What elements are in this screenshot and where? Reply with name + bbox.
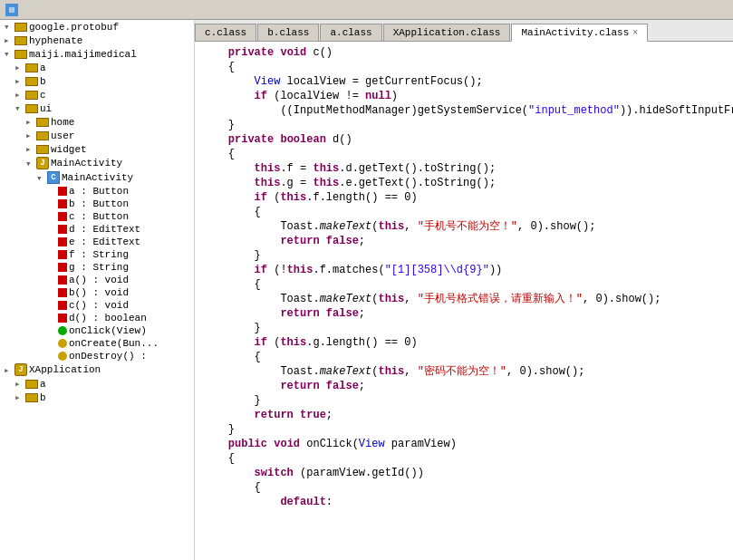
sidebar-item-12[interactable]: a : Button (0, 185, 194, 198)
code-token: makeText (320, 292, 372, 306)
sidebar-item-label-14: c : Button (69, 211, 129, 222)
code-token: null (365, 89, 391, 103)
sidebar-item-label-23: onClick(View) (69, 325, 147, 336)
sidebar-item-6[interactable]: ▾ui (0, 101, 194, 115)
tab-c-class[interactable]: c.class (195, 24, 256, 41)
code-token: .f.matches( (313, 263, 384, 277)
code-token: "手机号不能为空！" (418, 219, 517, 234)
sidebar-item-25[interactable]: onDestroy() : (0, 350, 194, 362)
sidebar-item-9[interactable]: ▸widget (0, 142, 194, 156)
sidebar-item-10[interactable]: ▾JMainActivity (0, 156, 194, 170)
sidebar-item-14[interactable]: c : Button (0, 210, 194, 223)
sidebar-item-26[interactable]: ▸JXApplication (0, 362, 194, 377)
sidebar-item-label-24: onCreate(Bun... (69, 338, 159, 349)
code-token (320, 379, 326, 393)
field-red-icon-22 (58, 314, 67, 323)
code-token (202, 74, 255, 89)
sidebar-item-28[interactable]: ▸b (0, 391, 194, 404)
sidebar-item-7[interactable]: ▸home (0, 115, 194, 129)
sidebar-item-8[interactable]: ▸user (0, 129, 194, 142)
sidebar-item-label-9: widget (51, 144, 87, 155)
code-token: ((InputMethodManager)getSystemService( (202, 103, 528, 118)
code-line-7: private boolean d() (195, 132, 733, 147)
code-token: makeText (320, 364, 372, 379)
code-token: .d.getText().toString(); (339, 161, 496, 176)
sidebar-item-0[interactable]: ▾google.protobuf (0, 20, 194, 34)
title-bar: ▤ (0, 0, 733, 20)
code-line-31: switch (paramView.getId()) (195, 466, 733, 480)
code-line-24: return false; (195, 379, 733, 393)
code-token (274, 132, 280, 147)
code-token: "手机号格式错误，请重新输入！" (418, 292, 583, 306)
code-line-12: { (195, 205, 733, 219)
class-j-icon-26: J (14, 363, 27, 376)
code-token: ( (267, 335, 280, 350)
pkg-box-icon (25, 380, 38, 389)
code-line-9: this.f = this.d.getText().toString(); (195, 161, 733, 176)
code-token: )).hideSoftInputFromWin... (620, 103, 733, 118)
code-token: "密码不能为空！" (418, 364, 506, 379)
code-token: switch (255, 466, 294, 480)
code-token: ; (326, 408, 333, 422)
code-token: Toast. (202, 364, 320, 379)
tab-close-mainactivity-class[interactable]: × (632, 28, 638, 38)
sidebar-item-13[interactable]: b : Button (0, 198, 194, 210)
tab-mainactivity-class[interactable]: MainActivity.class× (511, 24, 648, 42)
code-token: ; (359, 306, 365, 321)
sidebar-item-2[interactable]: ▾maiji.maijimedical (0, 47, 194, 61)
code-line-26: return true; (195, 408, 733, 422)
tree-arrow-6: ▾ (14, 102, 24, 114)
tab-xapplication-class[interactable]: XApplication.class (383, 24, 511, 41)
pkg-box-icon (14, 36, 27, 45)
sidebar-item-27[interactable]: ▸a (0, 377, 194, 391)
tab-b-class[interactable]: b.class (257, 24, 319, 41)
code-line-15: } (195, 248, 733, 263)
code-token: c() (306, 45, 333, 60)
sidebar-item-11[interactable]: ▾CMainActivity (0, 170, 194, 185)
code-token (294, 408, 300, 422)
code-token (202, 335, 255, 350)
code-token (202, 132, 228, 147)
code-token: )) (489, 263, 502, 277)
sidebar-item-4[interactable]: ▸b (0, 74, 194, 88)
code-token (202, 45, 228, 60)
sidebar-item-1[interactable]: ▸hyphenate (0, 34, 194, 47)
tab-a-class[interactable]: a.class (320, 24, 381, 41)
sidebar-item-17[interactable]: f : String (0, 248, 194, 261)
code-token: this (255, 161, 281, 176)
package-icon-6 (24, 103, 40, 114)
sidebar-item-20[interactable]: b() : void (0, 286, 194, 299)
sidebar-item-16[interactable]: e : EditText (0, 236, 194, 248)
code-token: , 0).show(); (517, 219, 595, 234)
code-editor[interactable]: private void c() { View localView = getC… (195, 42, 733, 560)
code-token (202, 234, 280, 248)
sidebar-item-22[interactable]: d() : boolean (0, 312, 194, 324)
package-icon-3 (24, 63, 40, 73)
sidebar-item-19[interactable]: a() : void (0, 274, 194, 286)
sidebar-item-23[interactable]: onClick(View) (0, 324, 194, 337)
sidebar-item-5[interactable]: ▸c (0, 88, 194, 101)
package-icon-9 (34, 144, 51, 155)
pkg-box-icon (36, 118, 49, 127)
tree-arrow-0: ▾ (4, 21, 13, 33)
sidebar-item-18[interactable]: g : String (0, 261, 194, 274)
sidebar-item-label-11: MainActivity (62, 172, 133, 183)
code-token: this (378, 292, 404, 306)
code-token: ( (371, 364, 378, 379)
sidebar-item-24[interactable]: onCreate(Bun... (0, 337, 194, 350)
code-line-1: { (195, 60, 733, 74)
tree-arrow-11: ▾ (36, 172, 45, 184)
method-green-icon-23 (58, 326, 67, 335)
sidebar-item-label-28: b (40, 392, 46, 403)
code-token: "input_method" (528, 103, 620, 118)
sidebar-item-15[interactable]: d : EditText (0, 223, 194, 236)
sidebar-item-label-4: b (40, 76, 46, 87)
code-token: this (280, 335, 306, 350)
code-token: this (287, 263, 313, 277)
code-token: .f.length() == 0) (306, 190, 417, 205)
code-token: , 0).show(); (583, 292, 661, 306)
code-line-2: View localView = getCurrentFocus(); (195, 74, 733, 89)
code-token (202, 176, 255, 190)
sidebar-item-21[interactable]: c() : void (0, 299, 194, 312)
sidebar-item-3[interactable]: ▸a (0, 61, 194, 74)
